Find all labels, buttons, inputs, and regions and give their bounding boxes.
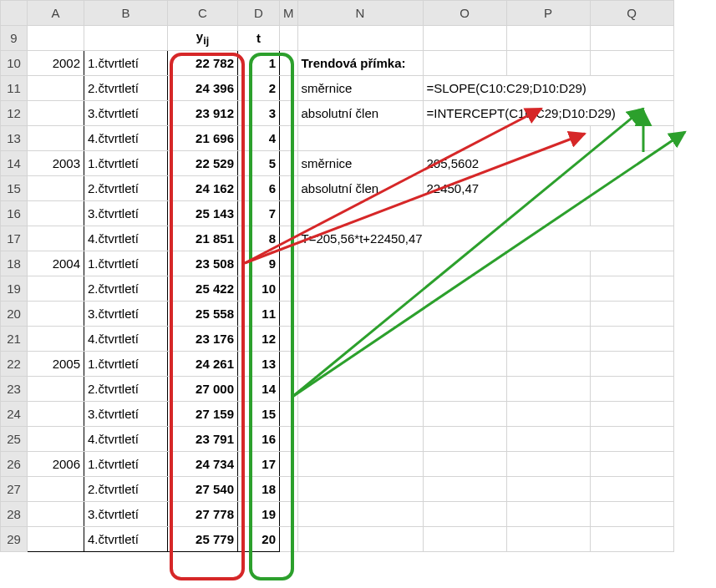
cell-Q23[interactable] [590, 377, 673, 402]
cell-B22[interactable]: 1.čtvrtletí [84, 352, 168, 377]
cell-C12[interactable]: 23 912 [168, 101, 238, 126]
cell-B16[interactable]: 3.čtvrtletí [84, 201, 168, 226]
cell-A21[interactable] [28, 327, 84, 352]
cell-O25[interactable] [423, 427, 506, 452]
cell-Q29[interactable] [590, 527, 673, 552]
cell-A13[interactable] [28, 126, 84, 151]
cell-D20[interactable]: 11 [238, 302, 280, 327]
cell-A14[interactable]: 2003 [28, 151, 84, 176]
cell-D17[interactable]: 8 [238, 226, 280, 251]
row-header-18[interactable]: 18 [1, 251, 28, 276]
cell-P26[interactable] [506, 452, 590, 477]
row-header-12[interactable]: 12 [1, 101, 28, 126]
cell-O18[interactable] [423, 251, 506, 276]
cell-M11[interactable] [280, 76, 298, 101]
cell-M10[interactable] [280, 51, 298, 76]
row-header-21[interactable]: 21 [1, 327, 28, 352]
cell-M18[interactable] [280, 251, 298, 276]
cell-B9[interactable] [84, 26, 168, 51]
cell-D16[interactable]: 7 [238, 201, 280, 226]
cell-B20[interactable]: 3.čtvrtletí [84, 302, 168, 327]
cell-N14[interactable]: směrnice [297, 151, 423, 176]
cell-B25[interactable]: 4.čtvrtletí [84, 427, 168, 452]
cell-Q9[interactable] [590, 26, 673, 51]
cell-D21[interactable]: 12 [238, 327, 280, 352]
cell-C23[interactable]: 27 000 [168, 377, 238, 402]
cell-C19[interactable]: 25 422 [168, 276, 238, 302]
cell-M26[interactable] [280, 452, 298, 477]
cell-N13[interactable] [297, 126, 423, 151]
cell-N29[interactable] [297, 527, 423, 552]
cell-Q15[interactable] [590, 176, 673, 201]
cell-A29[interactable] [28, 527, 84, 552]
cell-C29[interactable]: 25 779 [168, 527, 238, 552]
cell-B21[interactable]: 4.čtvrtletí [84, 327, 168, 352]
cell-P24[interactable] [506, 402, 590, 427]
cell-C16[interactable]: 25 143 [168, 201, 238, 226]
cell-O13[interactable] [423, 126, 506, 151]
cell-B11[interactable]: 2.čtvrtletí [84, 76, 168, 101]
cell-P21[interactable] [506, 327, 590, 352]
cell-A24[interactable] [28, 402, 84, 427]
cell-C13[interactable]: 21 696 [168, 126, 238, 151]
cell-D28[interactable]: 19 [238, 502, 280, 527]
cell-C10[interactable]: 22 782 [168, 51, 238, 76]
cell-A17[interactable] [28, 226, 84, 251]
col-header-M[interactable]: M [280, 1, 298, 26]
row-header-22[interactable]: 22 [1, 352, 28, 377]
row-header-20[interactable]: 20 [1, 302, 28, 327]
cell-P23[interactable] [506, 377, 590, 402]
cell-O11[interactable]: =SLOPE(C10:C29;D10:D29) [423, 76, 673, 101]
cell-D18[interactable]: 9 [238, 251, 280, 276]
cell-C25[interactable]: 23 791 [168, 427, 238, 452]
cell-B14[interactable]: 1.čtvrtletí [84, 151, 168, 176]
cell-A28[interactable] [28, 502, 84, 527]
cell-P19[interactable] [506, 276, 590, 302]
cell-O19[interactable] [423, 276, 506, 302]
cell-P27[interactable] [506, 477, 590, 502]
cell-P20[interactable] [506, 302, 590, 327]
cell-C17[interactable]: 21 851 [168, 226, 238, 251]
cell-A15[interactable] [28, 176, 84, 201]
cell-M20[interactable] [280, 302, 298, 327]
cell-M29[interactable] [280, 527, 298, 552]
cell-D26[interactable]: 17 [238, 452, 280, 477]
cell-P28[interactable] [506, 502, 590, 527]
row-header-14[interactable]: 14 [1, 151, 28, 176]
cell-M13[interactable] [280, 126, 298, 151]
cell-A23[interactable] [28, 377, 84, 402]
cell-O14[interactable]: 205,5602 [423, 151, 506, 176]
cell-N16[interactable] [297, 201, 423, 226]
cell-C11[interactable]: 24 396 [168, 76, 238, 101]
cell-B15[interactable]: 2.čtvrtletí [84, 176, 168, 201]
cell-O20[interactable] [423, 302, 506, 327]
cell-Q19[interactable] [590, 276, 673, 302]
cell-P15[interactable] [506, 176, 590, 201]
cell-A10[interactable]: 2002 [28, 51, 84, 76]
cell-O27[interactable] [423, 477, 506, 502]
cell-B10[interactable]: 1.čtvrtletí [84, 51, 168, 76]
cell-C24[interactable]: 27 159 [168, 402, 238, 427]
cell-C15[interactable]: 24 162 [168, 176, 238, 201]
cell-C9[interactable]: yij [168, 26, 238, 51]
cell-A22[interactable]: 2005 [28, 352, 84, 377]
row-header-23[interactable]: 23 [1, 377, 28, 402]
row-header-25[interactable]: 25 [1, 427, 28, 452]
cell-B28[interactable]: 3.čtvrtletí [84, 502, 168, 527]
cell-M12[interactable] [280, 101, 298, 126]
cell-O29[interactable] [423, 527, 506, 552]
cell-Q22[interactable] [590, 352, 673, 377]
spreadsheet-grid[interactable]: A B C D M N O P Q 9 yij t 1020021.čtvrtl… [0, 0, 674, 552]
cell-B29[interactable]: 4.čtvrtletí [84, 527, 168, 552]
cell-D14[interactable]: 5 [238, 151, 280, 176]
cell-O24[interactable] [423, 402, 506, 427]
cell-D24[interactable]: 15 [238, 402, 280, 427]
row-header-28[interactable]: 28 [1, 502, 28, 527]
col-header-D[interactable]: D [238, 1, 280, 26]
cell-N25[interactable] [297, 427, 423, 452]
cell-A11[interactable] [28, 76, 84, 101]
cell-N17[interactable]: T=205,56*t+22450,47 [297, 226, 673, 251]
cell-Q24[interactable] [590, 402, 673, 427]
row-header-15[interactable]: 15 [1, 176, 28, 201]
cell-N10[interactable]: Trendová přímka: [297, 51, 423, 76]
